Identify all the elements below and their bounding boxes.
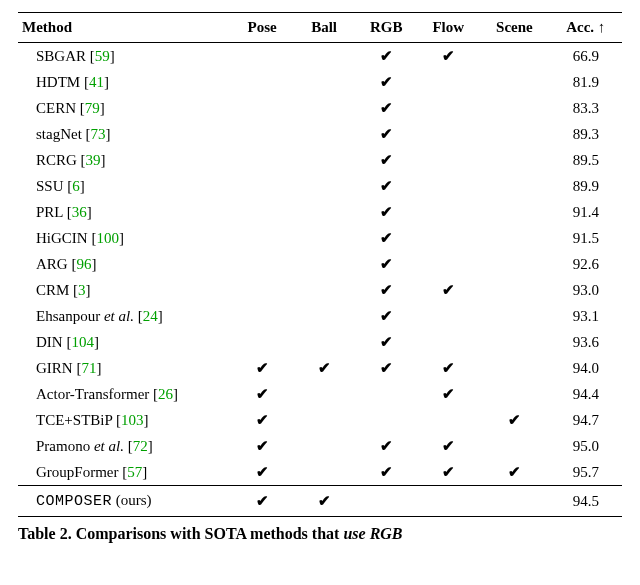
ball-cell xyxy=(293,43,355,70)
method-name: COMPOSER xyxy=(36,493,112,510)
rgb-cell: ✔ xyxy=(355,225,417,251)
table-row: SSU [6]✔89.9 xyxy=(18,173,622,199)
check-icon: ✔ xyxy=(380,203,393,221)
citation-link[interactable]: 24 xyxy=(143,308,158,324)
pose-cell: ✔ xyxy=(231,407,293,433)
scene-cell xyxy=(479,173,549,199)
check-icon: ✔ xyxy=(380,177,393,195)
scene-cell xyxy=(479,329,549,355)
citation-link[interactable]: 59 xyxy=(95,48,110,64)
method-cell: TCE+STBiP [103] xyxy=(18,407,231,433)
method-name: ARG xyxy=(36,256,68,272)
method-name: Pramono xyxy=(36,438,90,454)
ours-suffix: (ours) xyxy=(112,492,152,508)
accuracy-cell: 66.9 xyxy=(550,43,622,70)
accuracy-cell: 93.1 xyxy=(550,303,622,329)
method-cell: HDTM [41] xyxy=(18,69,231,95)
citation-link[interactable]: 6 xyxy=(72,178,80,194)
rgb-cell: ✔ xyxy=(355,147,417,173)
scene-cell xyxy=(479,277,549,303)
pose-cell: ✔ xyxy=(231,355,293,381)
citation-link[interactable]: 41 xyxy=(89,74,104,90)
check-icon: ✔ xyxy=(256,385,269,403)
method-cell: RCRG [39] xyxy=(18,147,231,173)
cite-close: ] xyxy=(101,152,106,168)
table-row: Actor-Transformer [26]✔✔94.4 xyxy=(18,381,622,407)
method-name: PRL xyxy=(36,204,63,220)
citation-link[interactable]: 72 xyxy=(133,438,148,454)
table-header-row: Method Pose Ball RGB Flow Scene Acc. ↑ xyxy=(18,13,622,43)
citation-link[interactable]: 39 xyxy=(86,152,101,168)
pose-cell xyxy=(231,95,293,121)
table-row: CRM [3]✔✔93.0 xyxy=(18,277,622,303)
citation-link[interactable]: 96 xyxy=(76,256,91,272)
citation-link[interactable]: 73 xyxy=(91,126,106,142)
ball-cell xyxy=(293,459,355,486)
flow-cell: ✔ xyxy=(417,381,479,407)
check-icon: ✔ xyxy=(256,411,269,429)
citation-link[interactable]: 36 xyxy=(72,204,87,220)
check-icon: ✔ xyxy=(256,492,269,510)
pose-cell xyxy=(231,303,293,329)
citation-link[interactable]: 104 xyxy=(71,334,94,350)
scene-cell xyxy=(479,43,549,70)
citation-link[interactable]: 57 xyxy=(127,464,142,480)
rgb-cell: ✔ xyxy=(355,95,417,121)
check-icon: ✔ xyxy=(380,229,393,247)
pose-cell xyxy=(231,199,293,225)
rgb-cell: ✔ xyxy=(355,199,417,225)
check-icon: ✔ xyxy=(442,47,455,65)
pose-cell: ✔ xyxy=(231,459,293,486)
accuracy-cell: 83.3 xyxy=(550,95,622,121)
check-icon: ✔ xyxy=(442,281,455,299)
citation-link[interactable]: 26 xyxy=(158,386,173,402)
check-icon: ✔ xyxy=(318,492,331,510)
rgb-cell: ✔ xyxy=(355,329,417,355)
pose-cell: ✔ xyxy=(231,486,293,517)
pose-cell xyxy=(231,173,293,199)
check-icon: ✔ xyxy=(380,99,393,117)
check-icon: ✔ xyxy=(380,151,393,169)
rgb-cell: ✔ xyxy=(355,43,417,70)
accuracy-cell: 94.4 xyxy=(550,381,622,407)
flow-cell xyxy=(417,486,479,517)
check-icon: ✔ xyxy=(380,73,393,91)
table-row: DIN [104]✔93.6 xyxy=(18,329,622,355)
check-icon: ✔ xyxy=(442,437,455,455)
citation-link[interactable]: 3 xyxy=(78,282,86,298)
ball-cell xyxy=(293,329,355,355)
method-cell: ARG [96] xyxy=(18,251,231,277)
check-icon: ✔ xyxy=(508,463,521,481)
scene-cell xyxy=(479,147,549,173)
flow-cell: ✔ xyxy=(417,43,479,70)
cite-close: ] xyxy=(144,412,149,428)
rgb-cell: ✔ xyxy=(355,251,417,277)
accuracy-cell: 94.5 xyxy=(550,486,622,517)
accuracy-cell: 94.0 xyxy=(550,355,622,381)
citation-link[interactable]: 71 xyxy=(81,360,96,376)
flow-cell xyxy=(417,147,479,173)
flow-cell xyxy=(417,303,479,329)
citation-link[interactable]: 100 xyxy=(96,230,119,246)
flow-cell xyxy=(417,173,479,199)
method-name: Ehsanpour xyxy=(36,308,100,324)
table-row: GIRN [71]✔✔✔✔94.0 xyxy=(18,355,622,381)
ball-cell: ✔ xyxy=(293,486,355,517)
caption-text: Comparisons with SOTA methods that xyxy=(72,525,344,542)
citation-link[interactable]: 79 xyxy=(85,100,100,116)
rgb-cell: ✔ xyxy=(355,121,417,147)
flow-cell xyxy=(417,199,479,225)
cite-close: ] xyxy=(158,308,163,324)
check-icon: ✔ xyxy=(380,333,393,351)
pose-cell: ✔ xyxy=(231,433,293,459)
flow-cell xyxy=(417,121,479,147)
table-row: PRL [36]✔91.4 xyxy=(18,199,622,225)
scene-cell xyxy=(479,199,549,225)
accuracy-cell: 93.0 xyxy=(550,277,622,303)
method-cell: PRL [36] xyxy=(18,199,231,225)
citation-link[interactable]: 103 xyxy=(121,412,144,428)
ball-cell xyxy=(293,433,355,459)
accuracy-cell: 91.4 xyxy=(550,199,622,225)
ball-cell xyxy=(293,147,355,173)
ball-cell xyxy=(293,251,355,277)
